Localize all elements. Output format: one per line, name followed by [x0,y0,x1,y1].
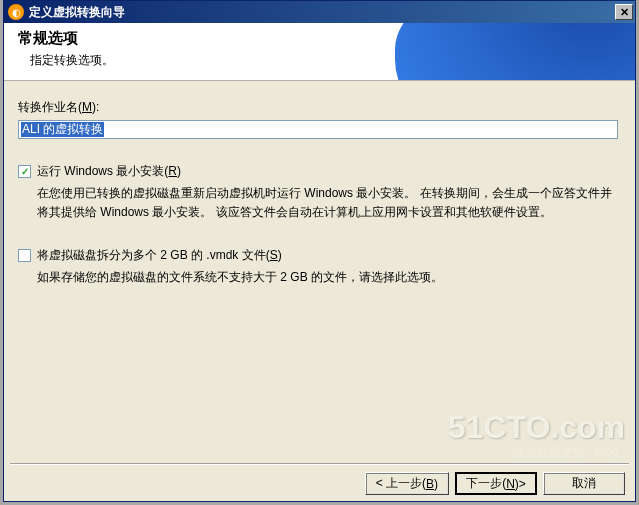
option-split-vmdk: 将虚拟磁盘拆分为多个 2 GB 的 .vmdk 文件(S) 如果存储您的虚拟磁盘… [18,247,621,287]
window-title: 定义虚拟转换向导 [29,4,615,21]
opt1-hotkey: R [168,164,177,178]
button-separator [10,463,629,465]
option-run-mini-setup: 运行 Windows 最小安装(R) 在您使用已转换的虚拟磁盘重新启动虚拟机时运… [18,163,621,221]
back-pre: < 上一步( [376,475,426,492]
titlebar: ◐ 定义虚拟转换向导 ✕ [4,1,635,23]
run-mini-setup-label[interactable]: 运行 Windows 最小安装(R) [37,163,181,180]
next-post: )> [515,477,526,491]
label-text-pre: 转换作业名( [18,100,82,114]
run-mini-setup-checkbox[interactable] [18,165,31,178]
back-hotkey: B [426,477,434,491]
header-band: 常规选项 指定转换选项。 [4,23,635,81]
label-text-post: ): [92,100,99,114]
next-button[interactable]: 下一步(N)> [455,472,537,495]
header-decoration [395,23,635,81]
conversion-job-label: 转换作业名(M): [18,99,621,116]
conversion-job-field: 转换作业名(M): ALI 的虚拟转换 [18,99,621,139]
wizard-window: ◐ 定义虚拟转换向导 ✕ 常规选项 指定转换选项。 转换作业名(M): ALI … [3,0,636,502]
conversion-job-input[interactable]: ALI 的虚拟转换 [18,120,618,139]
opt1-label-post: ) [177,164,181,178]
opt2-label-post: ) [278,248,282,262]
split-vmdk-checkbox[interactable] [18,249,31,262]
opt2-hotkey: S [270,248,278,262]
next-pre: 下一步( [466,475,506,492]
close-button[interactable]: ✕ [615,4,633,20]
label-hotkey: M [82,100,92,114]
content-area: 转换作业名(M): ALI 的虚拟转换 运行 Windows 最小安装(R) 在… [4,81,635,469]
app-icon: ◐ [8,4,24,20]
opt2-label-pre: 将虚拟磁盘拆分为多个 2 GB 的 .vmdk 文件( [37,248,270,262]
cancel-button[interactable]: 取消 [543,472,625,495]
run-mini-setup-description: 在您使用已转换的虚拟磁盘重新启动虚拟机时运行 Windows 最小安装。 在转换… [37,184,621,221]
conversion-job-value: ALI 的虚拟转换 [21,122,104,137]
button-row: < 上一步(B) 下一步(N)> 取消 [365,466,625,495]
next-hotkey: N [506,477,515,491]
back-post: ) [434,477,438,491]
back-button[interactable]: < 上一步(B) [365,472,449,495]
split-vmdk-label[interactable]: 将虚拟磁盘拆分为多个 2 GB 的 .vmdk 文件(S) [37,247,282,264]
split-vmdk-description: 如果存储您的虚拟磁盘的文件系统不支持大于 2 GB 的文件，请选择此选项。 [37,268,621,287]
opt1-label-pre: 运行 Windows 最小安装( [37,164,168,178]
